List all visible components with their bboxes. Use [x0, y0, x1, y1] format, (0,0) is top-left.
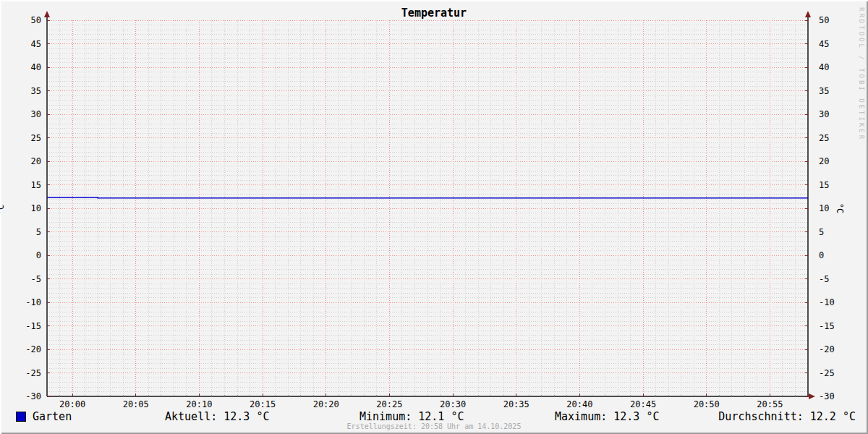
- stat-maximum: Maximum: 12.3 °C: [555, 410, 660, 423]
- x-tick-label: 20:00: [59, 399, 85, 409]
- plot-area: -30-30-25-25-20-20-15-15-10-10-5-5005510…: [0, 0, 868, 434]
- creation-time-note: Erstellungszeit: 20:58 Uhr am 14.10.2025: [0, 422, 868, 430]
- x-tick-label: 20:10: [186, 399, 212, 409]
- series-line-garten: [47, 197, 808, 198]
- y-tick-label-right: 0: [819, 250, 824, 260]
- y-tick-label-right: 5: [819, 227, 824, 237]
- y-tick-label-right: -25: [819, 368, 835, 378]
- y-tick-label-right: 40: [819, 62, 829, 72]
- y-tick-label-left: 0: [36, 250, 41, 260]
- y-axis-unit-left: °C: [0, 205, 6, 215]
- y-tick-label-left: -30: [25, 391, 41, 401]
- x-tick-label: 20:30: [440, 399, 466, 409]
- y-tick-label-right: 50: [819, 15, 829, 25]
- y-tick-label-right: 20: [819, 156, 829, 166]
- y-tick-label-left: -5: [31, 274, 41, 284]
- x-tick-label: 20:35: [503, 399, 529, 409]
- y-tick-label-right: 25: [819, 133, 829, 143]
- legend-and-stats-row: Garten Aktuell: 12.3 °C Minimum: 12.1 °C…: [0, 409, 868, 422]
- y-tick-label-left: 10: [31, 203, 41, 213]
- x-tick-label: 20:55: [757, 399, 783, 409]
- x-tick-label: 20:40: [566, 399, 592, 409]
- y-tick-label-right: -30: [819, 391, 835, 401]
- y-tick-label-left: -10: [25, 297, 41, 307]
- y-tick-label-right: -5: [819, 274, 829, 284]
- y-tick-label-left: -25: [25, 368, 41, 378]
- x-tick-label: 20:15: [250, 399, 276, 409]
- y-tick-label-left: 50: [31, 15, 41, 25]
- x-tick-label: 20:50: [694, 399, 720, 409]
- legend-color-swatch: [16, 412, 26, 422]
- legend-series-label: Garten: [33, 410, 72, 423]
- y-tick-label-right: 45: [819, 39, 829, 49]
- x-tick-label: 20:05: [123, 399, 149, 409]
- y-tick-label-left: 40: [31, 62, 41, 72]
- y-tick-label-left: 30: [31, 109, 41, 119]
- x-tick-label: 20:45: [630, 399, 656, 409]
- y-tick-label-left: 15: [31, 180, 41, 190]
- y-tick-label-left: 25: [31, 133, 41, 143]
- y-tick-label-left: 35: [31, 86, 41, 96]
- y-tick-label-right: 10: [819, 203, 829, 213]
- x-tick-label: 20:25: [376, 399, 402, 409]
- y-tick-label-left: -20: [25, 344, 41, 354]
- stat-current: Aktuell: 12.3 °C: [165, 410, 270, 423]
- x-tick-label: 20:20: [313, 399, 339, 409]
- y-tick-label-right: 30: [819, 109, 829, 119]
- y-tick-label-right: 35: [819, 86, 829, 96]
- y-tick-label-left: 45: [31, 39, 41, 49]
- y-tick-label-right: -20: [819, 344, 835, 354]
- y-axis-unit-right: °C: [835, 203, 845, 213]
- y-tick-label-right: -15: [819, 321, 835, 331]
- stat-minimum: Minimum: 12.1 °C: [359, 410, 464, 423]
- y-tick-label-right: 15: [819, 180, 829, 190]
- y-tick-label-left: 5: [36, 227, 41, 237]
- rrdtool-temperature-graph: Temperatur -30-30-25-25-20-20-15-15-10-1…: [0, 0, 868, 434]
- stat-average: Durchschnitt: 12.2 °C: [718, 410, 856, 423]
- rrdtool-watermark: RRDTOOL / TOBI OETIKER: [858, 7, 865, 141]
- y-tick-label-left: 20: [31, 156, 41, 166]
- y-tick-label-left: -15: [25, 321, 41, 331]
- y-tick-label-right: -10: [819, 297, 835, 307]
